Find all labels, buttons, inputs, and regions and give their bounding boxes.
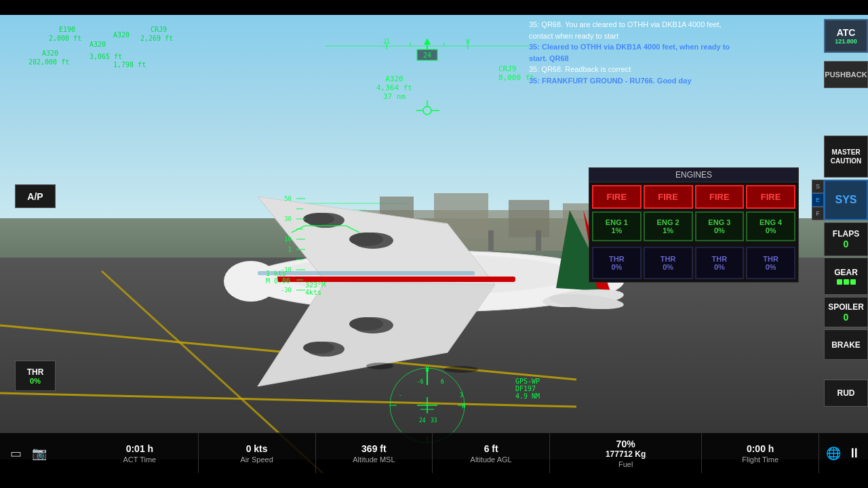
atc-msg-2b: start. QR68 (529, 53, 800, 64)
fire-eng1-button[interactable]: FIRE (592, 185, 642, 209)
fire-eng4-button[interactable]: FIRE (746, 185, 795, 209)
brake-button[interactable]: BRAKE (824, 329, 868, 360)
gps-wp-display: GPS-WP DF197 4.9 NM (515, 378, 540, 400)
thr3-button[interactable]: THR 0% (695, 247, 745, 279)
eng3-button[interactable]: ENG 3 0% (695, 211, 745, 241)
atc-msg-4: 35: FRANKFURT GROUND - RU766. Good day (529, 75, 800, 87)
airspeed-value: 0 kts (246, 443, 268, 454)
sef-f-button[interactable]: F (812, 207, 824, 220)
status-bar: ▭ 📷 0:01 h ACT Time 0 kts Air Speed 369 … (0, 432, 868, 473)
thr2-button[interactable]: THR 0% (644, 247, 693, 279)
gps-dist: 4.9 NM (515, 392, 540, 400)
flaps-value: 0 (844, 239, 849, 249)
sef-e-button[interactable]: E (812, 193, 824, 207)
flight-time-value: 0:00 h (747, 443, 774, 454)
gear-dot-1 (837, 279, 842, 285)
thr1-pct: 0% (595, 263, 639, 271)
gps-wp-label: GPS-WP (515, 378, 540, 385)
label-a320-2-alt: 3,065 ft (90, 53, 122, 60)
heading-info: 323°M 4kts (305, 281, 326, 296)
speed-info: 1 kts M 0.00 (266, 270, 290, 285)
mach-display: M 0.00 (266, 277, 290, 285)
fire-eng3-button[interactable]: FIRE (695, 185, 745, 209)
flaps-button[interactable]: FLAPS 0 (824, 222, 868, 256)
throttle-button[interactable]: THR 0% (15, 361, 56, 391)
eng4-button[interactable]: ENG 4 0% (746, 211, 795, 241)
status-altitude-msl: 369 ft Altitude MSL (316, 433, 433, 473)
thr-buttons-row: THR 0% THR 0% THR 0% THR 0% (589, 244, 798, 282)
gear-indicator (837, 279, 856, 285)
rud-button[interactable]: RUD (824, 380, 868, 407)
globe-icon[interactable]: 🌐 (826, 446, 841, 461)
flight-time-label: Flight Time (742, 455, 778, 464)
heading-display: 323°M (305, 281, 326, 289)
eng3-pct: 0% (698, 226, 742, 235)
atc-msg-2: 35: Cleared to OTHH via DKB1A 4000 feet,… (529, 41, 800, 53)
alt-agl-label: Altitude AGL (471, 455, 512, 464)
master-caution-button[interactable]: MASTER CAUTION (824, 136, 868, 178)
center-aircraft-name: A320 (376, 75, 412, 83)
engines-title: ENGINES (589, 168, 798, 182)
thr4-label: THR (749, 255, 793, 263)
eng2-button[interactable]: ENG 2 1% (644, 211, 693, 241)
black-bar-bottom (0, 473, 868, 488)
tarmac-layer (0, 258, 868, 460)
thr2-pct: 0% (646, 263, 690, 271)
thr2-label: THR (646, 255, 690, 263)
atc-messages-panel: 35: QR68. You are cleared to OTHH via DK… (529, 19, 800, 86)
atc-msg-1b: contact when ready to start (529, 30, 800, 42)
label-crj9-1: CRJ9 (151, 26, 167, 33)
label-crj9-1-alt: 2,269 ft (140, 35, 173, 42)
alt-agl-value: 6 ft (484, 443, 498, 454)
hud-center-aircraft: A320 4,364 ft 37 nm (376, 75, 412, 101)
spoiler-value: 0 (844, 312, 849, 323)
thr4-button[interactable]: THR 0% (746, 247, 795, 279)
autopilot-button[interactable]: A/P (15, 184, 56, 208)
pushback-label: PUSHBACK (825, 70, 867, 79)
alt-msl-label: Altitude MSL (353, 455, 395, 464)
aircraft-labels-panel: E190 2,000 ft A320 202,000 ft A320 A320 … (15, 19, 164, 141)
pause-button[interactable]: ⏸ (848, 445, 861, 461)
eng3-name: ENG 3 (698, 218, 742, 226)
atc-button[interactable]: ATC 121.800 (824, 19, 868, 53)
thr3-label: THR (698, 255, 742, 263)
sef-s-button[interactable]: S (812, 180, 824, 193)
flaps-label: FLAPS (833, 229, 859, 239)
eng1-name: ENG 1 (595, 218, 639, 226)
eng4-name: ENG 4 (749, 218, 793, 226)
thr1-button[interactable]: THR 0% (592, 247, 642, 279)
status-bar-icons-left: ▭ 📷 (0, 446, 81, 461)
fire-eng2-button[interactable]: FIRE (644, 185, 693, 209)
sys-label: SYS (835, 194, 856, 206)
sys-button[interactable]: SYS (824, 180, 868, 220)
spoiler-label: SPOILER (828, 302, 864, 312)
spoiler-button[interactable]: SPOILER 0 (824, 297, 868, 327)
act-time-value: 0:01 h (126, 443, 153, 454)
label-a320-1-alt: 202,000 ft (28, 58, 69, 66)
label-a320-3: A320 (113, 31, 130, 39)
rud-label: RUD (837, 388, 855, 398)
fire-buttons-row: FIRE FIRE FIRE FIRE (589, 182, 798, 211)
eng-buttons-row: ENG 1 1% ENG 2 1% ENG 3 0% ENG 4 0% (589, 211, 798, 244)
fuel-label: Fuel (618, 460, 633, 468)
center-aircraft-alt: 4,364 ft (376, 83, 412, 92)
gps-id: DF197 (515, 385, 540, 392)
sef-buttons-panel: S E F (812, 180, 824, 220)
gear-dot-2 (844, 279, 849, 285)
thr-main-label: THR (27, 367, 44, 377)
center-aircraft-dist: 37 nm (376, 92, 412, 101)
eng1-pct: 1% (595, 226, 639, 235)
brake-label: BRAKE (831, 340, 861, 350)
thr-main-value: 0% (30, 377, 41, 385)
status-bar-icons-right: 🌐 ⏸ (819, 445, 868, 461)
atc-msg-1: 35: QR68. You are cleared to OTHH via DK… (529, 19, 800, 30)
eng1-button[interactable]: ENG 1 1% (592, 211, 642, 241)
gear-button[interactable]: GEAR (824, 258, 868, 295)
status-altitude-agl: 6 ft Altitude AGL (433, 433, 550, 473)
airspeed-label: Air Speed (240, 455, 273, 464)
fuel-pct-value: 70% (616, 439, 635, 449)
pushback-button[interactable]: PUSHBACK (824, 61, 868, 88)
label-a320-2: A320 (90, 41, 106, 48)
camera-icon[interactable]: 📷 (32, 446, 47, 461)
screen-icon[interactable]: ▭ (10, 446, 22, 461)
